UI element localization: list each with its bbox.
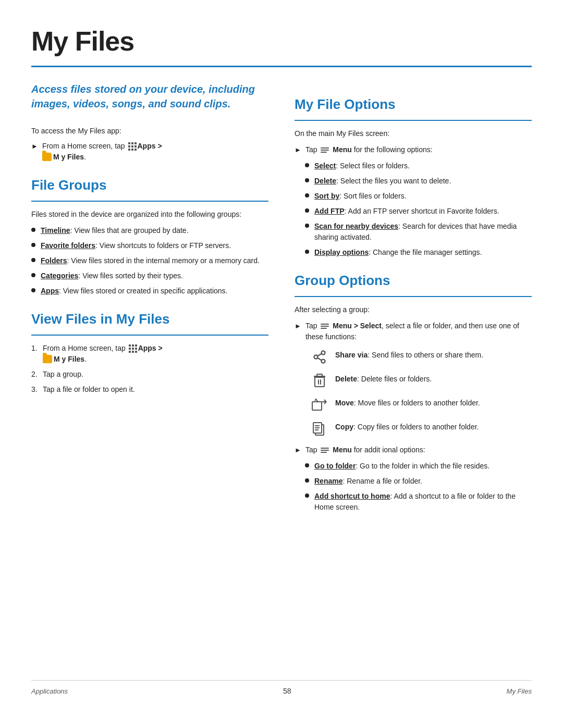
item-text: Display options: Change the file manager… (314, 247, 482, 258)
tap-menu2-line: ► Tap Menu for addit ional options: (295, 445, 532, 455)
delete-label: Delete (335, 375, 357, 383)
file-groups-divider (31, 201, 268, 202)
svg-rect-7 (320, 379, 321, 385)
item-text: Sort by: Sort files or folders. (314, 191, 407, 202)
item-label: Favorite folders (41, 241, 95, 250)
menu-icon (321, 147, 329, 153)
my-file-options-intro: On the main My Files screen: (295, 128, 532, 139)
view-files-section: View Files in My Files 1. From a Home sc… (31, 309, 268, 395)
file-groups-title: File Groups (31, 175, 268, 195)
delete-text: Delete: Delete files or folders. (335, 372, 432, 385)
my-file-options-title: My File Options (295, 94, 532, 115)
copy-text: Copy: Copy files or folders to another f… (335, 419, 479, 433)
list-item: 2. Tap a group. (31, 369, 268, 380)
item-text: Go to folder: Go to the folder in which … (314, 461, 489, 472)
tap-menu-line: ► Tap Menu for the following options: (295, 144, 532, 155)
bullet-dot (305, 493, 309, 498)
page: My Files Access files stored on your dev… (0, 0, 563, 728)
myfiles-folder-icon (42, 153, 52, 161)
tap-menu2-text: Tap Menu for addit ional options: (305, 445, 425, 455)
svg-rect-10 (312, 402, 322, 410)
svg-rect-9 (317, 374, 322, 376)
item-label: Sort by (314, 192, 339, 200)
my-file-options-section: My File Options On the main My Files scr… (295, 94, 532, 258)
list-item: Categories: View files sorted by their t… (31, 270, 268, 281)
bullet-dot (31, 288, 35, 292)
share-label: Share via (335, 351, 368, 359)
item-text: Rename: Rename a file or folder. (314, 476, 422, 487)
access-label: To access the My Files app: (31, 126, 268, 137)
list-item: Select: Select files or folders. (305, 161, 532, 171)
item-label: Select (314, 162, 336, 170)
menu-icon (321, 448, 329, 453)
file-groups-section: File Groups Files stored in the device a… (31, 175, 268, 297)
left-column: Access files stored on your device, incl… (31, 82, 268, 680)
group-options-intro: After selecting a group: (295, 304, 532, 315)
item-text: Add FTP: Add an FTP server shortcut in F… (314, 206, 499, 217)
bullet-dot (305, 163, 309, 167)
item-label: Delete (314, 177, 336, 185)
list-item: Folders: View files stored in the intern… (31, 255, 268, 266)
list-item: Go to folder: Go to the folder in which … (305, 461, 532, 472)
extra-options-list: Go to folder: Go to the folder in which … (295, 461, 532, 513)
step-text: Tap a group. (43, 369, 83, 380)
bullet-dot (31, 228, 35, 232)
item-label: Apps (41, 287, 59, 295)
bullet-dot (305, 463, 309, 467)
item-text: Scan for nearby devices: Search for devi… (314, 221, 532, 243)
item-label: Timeline (41, 226, 70, 235)
view-files-title: View Files in My Files (31, 309, 268, 329)
bullet-dot (305, 250, 309, 254)
bullet-dot (305, 224, 309, 228)
item-label: Folders (41, 256, 67, 265)
item-text: Apps: View files stored or created in sp… (41, 286, 227, 297)
bullet-dot (305, 193, 309, 198)
two-column-layout: Access files stored on your device, incl… (31, 82, 532, 680)
move-text: Move: Move files or folders to another f… (335, 396, 480, 409)
item-label: Add shortcut to home (314, 492, 390, 500)
file-groups-intro: Files stored in the device are organized… (31, 209, 268, 220)
apps-label: Apps > (138, 142, 162, 150)
icon-row-delete: Delete: Delete files or folders. (310, 372, 532, 390)
delete-icon (310, 372, 329, 390)
arrow-icon: ► (295, 145, 301, 155)
item-label: Add FTP (314, 207, 345, 215)
footer: Applications 58 My Files (31, 680, 532, 697)
svg-point-1 (314, 355, 318, 359)
svg-rect-5 (315, 377, 324, 387)
icon-row-copy: Copy: Copy files or folders to another f… (310, 419, 532, 438)
copy-label: Copy (335, 423, 353, 431)
list-item: Apps: View files stored or created in sp… (31, 286, 268, 297)
view-files-list: 1. From a Home screen, tap Apps > M y Fi… (31, 343, 268, 395)
menu2-label: Menu (333, 446, 352, 454)
share-text: Share via: Send files to others or share… (335, 348, 483, 361)
move-label: Move (335, 399, 354, 407)
icon-row-share: Share via: Send files to others or share… (310, 348, 532, 366)
arrow-icon: ► (295, 445, 301, 455)
svg-point-2 (322, 360, 325, 363)
list-item: Favorite folders: View shortcuts to fold… (31, 240, 268, 251)
item-text: Folders: View files stored in the intern… (41, 255, 260, 266)
access-step: ► From a Home screen, tap Apps > M y Fil… (31, 141, 268, 163)
menu-select-label: Menu > Select (333, 322, 382, 330)
bullet-dot (305, 478, 309, 483)
my-file-options-list: Select: Select files or folders. Delete:… (295, 161, 532, 258)
copy-icon (310, 419, 329, 438)
menu-icon (321, 324, 329, 329)
list-item: Rename: Rename a file or folder. (305, 476, 532, 487)
title-divider (31, 66, 532, 67)
group-options-divider (295, 296, 532, 297)
list-item: Scan for nearby devices: Search for devi… (305, 221, 532, 243)
group-options-section: Group Options After selecting a group: ►… (295, 270, 532, 513)
svg-line-3 (317, 358, 322, 361)
group-options-title: Group Options (295, 270, 532, 291)
list-item: Add shortcut to home: Add a shortcut to … (305, 491, 532, 513)
list-item: 3. Tap a file or folder to open it. (31, 384, 268, 395)
list-item: Display options: Change the file manager… (305, 247, 532, 258)
bullet-dot (305, 208, 309, 213)
bullet-dot (31, 243, 35, 247)
group-tap-text: Tap Menu > Select, select a file or fold… (305, 320, 532, 342)
list-item: 1. From a Home screen, tap Apps > M y Fi… (31, 343, 268, 365)
list-item: Sort by: Sort files or folders. (305, 191, 532, 202)
svg-rect-6 (318, 379, 319, 385)
